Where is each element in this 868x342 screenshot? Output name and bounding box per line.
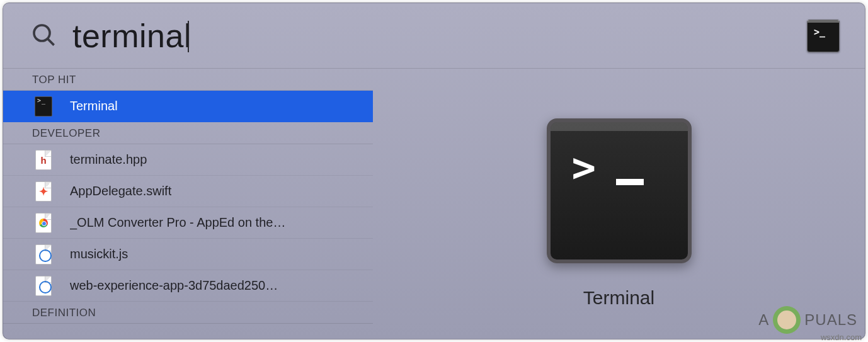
- swift-file-icon: ✦: [35, 181, 52, 202]
- result-row[interactable]: _OLM Converter Pro - AppEd on the…: [3, 207, 373, 239]
- js-file-icon: [35, 244, 52, 265]
- result-row[interactable]: musickit.js: [3, 239, 373, 270]
- top-hit-thumbnail-icon: >_: [807, 20, 840, 52]
- result-label: web-experience-app-3d75daed250…: [70, 278, 278, 293]
- h-file-icon: h: [35, 150, 52, 170]
- section-header-definition: DEFINITION: [3, 302, 373, 324]
- attribution-text: wsxdn.com: [821, 333, 862, 342]
- section-header-developer: DEVELOPER: [3, 122, 373, 144]
- preview-pane: > Terminal: [373, 69, 865, 339]
- svg-line-1: [48, 38, 54, 45]
- appuals-logo-icon: [773, 306, 801, 334]
- search-header: terminal >_: [3, 3, 865, 69]
- result-label: musickit.js: [70, 247, 128, 261]
- terminal-app-icon: >: [547, 118, 692, 263]
- preview-title: Terminal: [583, 287, 654, 309]
- watermark-logo: A PUALS: [758, 306, 857, 334]
- result-row[interactable]: h terminate.hpp: [3, 144, 373, 176]
- result-row[interactable]: ✦ AppDelegate.swift: [3, 176, 373, 207]
- result-label: Terminal: [70, 99, 118, 113]
- search-query-text: terminal: [72, 18, 191, 54]
- chrome-file-icon: [35, 213, 52, 233]
- js-file-icon: [35, 276, 52, 296]
- svg-point-0: [34, 25, 50, 41]
- search-icon: [31, 22, 56, 50]
- spotlight-window: terminal >_ TOP HIT Terminal DEVELOPER h…: [3, 3, 865, 339]
- section-header-top-hit: TOP HIT: [3, 69, 373, 91]
- terminal-app-icon: [35, 96, 52, 117]
- result-row[interactable]: web-experience-app-3d75daed250…: [3, 270, 373, 302]
- search-input[interactable]: terminal: [72, 17, 791, 55]
- result-row-terminal[interactable]: Terminal: [3, 91, 373, 122]
- result-label: terminate.hpp: [70, 152, 147, 167]
- text-caret: [188, 21, 189, 52]
- result-label: AppDelegate.swift: [70, 184, 171, 198]
- results-list: TOP HIT Terminal DEVELOPER h terminate.h…: [3, 69, 373, 339]
- result-label: _OLM Converter Pro - AppEd on the…: [70, 215, 285, 230]
